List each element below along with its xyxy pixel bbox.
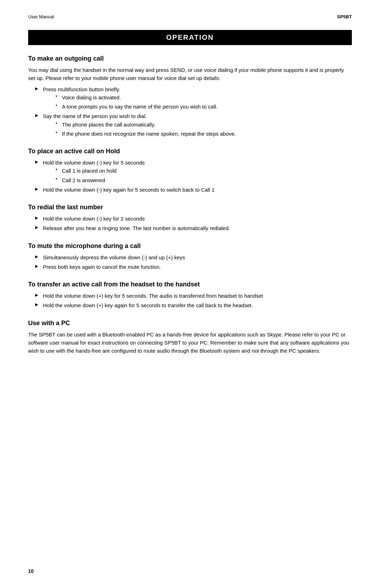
list-item: Release after you hear a ringing tone. T… (35, 224, 352, 232)
subsection-title-outgoing: To make an outgoing call (28, 55, 352, 62)
list-item: Hold the volume down (+) key for 5 secon… (35, 292, 352, 300)
subsection-outgoing-call: To make an outgoing call You may dial us… (28, 55, 352, 138)
arrow-item-text: Press multifunction button briefly. (43, 86, 120, 92)
list-item: The phone places the call automatically. (56, 120, 352, 129)
arrow-item-text: Press both keys again to cancel the mute… (43, 264, 161, 270)
list-item: Voice dialing is activated. (56, 93, 352, 101)
list-item: Hold the volume down (-) key again for 5… (35, 186, 352, 194)
subsection-title-pc: Use with a PC (28, 320, 352, 327)
bullet-text: Call 2 is answered (62, 177, 105, 183)
list-item: Hold the volume down (+) key again for 5… (35, 301, 352, 309)
list-item: Press both keys again to cancel the mute… (35, 263, 352, 271)
model-label: SP5BT (337, 14, 352, 19)
subsection-redial: To redial the last number Hold the volum… (28, 204, 352, 233)
section-title-bar: OPERATION (28, 30, 352, 45)
bullet-list: Voice dialing is activated. A tone promp… (56, 93, 352, 111)
arrow-item-text: Hold the volume down (+) key again for 5… (43, 302, 253, 308)
arrow-list-hold: Hold the volume down (-) key for 5 secon… (35, 159, 352, 194)
subsection-pc: Use with a PC The SP5BT can be used with… (28, 320, 352, 355)
arrow-item-text: Hold the volume down (+) key for 5 secon… (43, 293, 263, 299)
subsection-hold: To place an active call on Hold Hold the… (28, 148, 352, 194)
arrow-item-text: Hold the volume down (-) key again for 5… (43, 187, 215, 193)
subsection-title-hold: To place an active call on Hold (28, 148, 352, 155)
manual-label: User Manual (28, 14, 54, 19)
arrow-list-transfer: Hold the volume down (+) key for 5 secon… (35, 292, 352, 310)
section-title: OPERATION (166, 33, 214, 41)
subsection-title-redial: To redial the last number (28, 204, 352, 211)
subsection-title-transfer: To transfer an active call from the head… (28, 281, 352, 288)
bullet-list: The phone places the call automatically.… (56, 120, 352, 138)
subsection-mute: To mute the microphone during a call Sim… (28, 242, 352, 271)
page-header: User Manual SP5BT (28, 14, 352, 19)
body-text-outgoing: You may dial using the handset in the no… (28, 66, 352, 82)
bullet-text: If the phone does not recognize the name… (62, 131, 236, 137)
page-number: 10 (28, 568, 34, 574)
bullet-text: A tone prompts you to say the name of th… (62, 104, 217, 110)
list-item: Hold the volume down (-) key for 2 secon… (35, 215, 352, 223)
list-item: Say the name of the person you wish to d… (35, 112, 352, 138)
body-text-pc: The SP5BT can be used with a Bluetooth-e… (28, 330, 352, 355)
list-item: If the phone does not recognize the name… (56, 130, 352, 138)
arrow-item-text: Hold the volume down (-) key for 2 secon… (43, 216, 145, 222)
arrow-list-mute: Simultaneously depress the volume down (… (35, 253, 352, 271)
subsection-title-mute: To mute the microphone during a call (28, 242, 352, 250)
list-item: Call 2 is answered (56, 176, 352, 184)
bullet-text: Voice dialing is activated. (62, 94, 121, 100)
bullet-list: Call 1 is placed on hold Call 2 is answe… (56, 167, 352, 184)
bullet-text: The phone places the call automatically. (62, 122, 156, 128)
arrow-list-outgoing: Press multifunction button briefly. Voic… (35, 85, 352, 138)
list-item: Call 1 is placed on hold (56, 167, 352, 175)
list-item: Simultaneously depress the volume down (… (35, 253, 352, 261)
arrow-item-text: Release after you hear a ringing tone. T… (43, 225, 230, 231)
list-item: Press multifunction button briefly. Voic… (35, 85, 352, 111)
list-item: Hold the volume down (-) key for 5 secon… (35, 159, 352, 184)
bullet-text: Call 1 is placed on hold (62, 168, 116, 174)
subsection-transfer: To transfer an active call from the head… (28, 281, 352, 310)
arrow-item-text: Simultaneously depress the volume down (… (43, 254, 185, 260)
arrow-item-text: Say the name of the person you wish to d… (43, 113, 147, 119)
arrow-item-text: Hold the volume down (-) key for 5 secon… (43, 160, 145, 166)
list-item: A tone prompts you to say the name of th… (56, 103, 352, 111)
arrow-list-redial: Hold the volume down (-) key for 2 secon… (35, 215, 352, 233)
